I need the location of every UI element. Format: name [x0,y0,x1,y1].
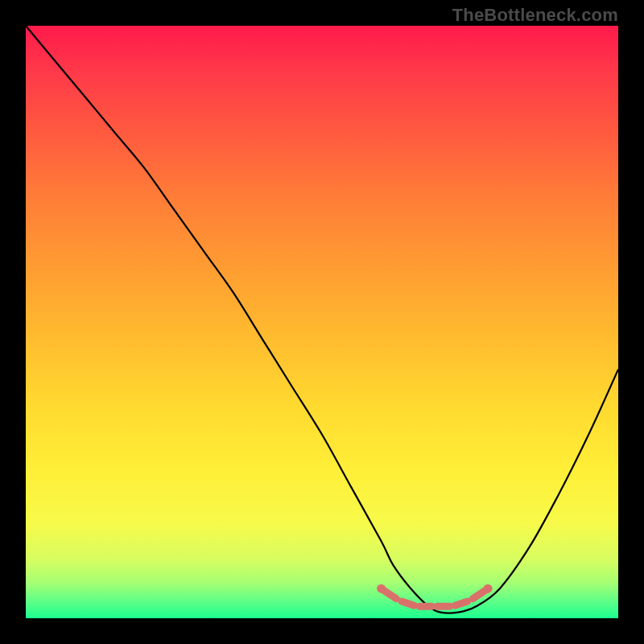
optimal-range-dash [384,590,397,598]
chart-frame: TheBottleneck.com [0,0,644,644]
watermark-text: TheBottleneck.com [452,5,618,26]
optimal-range-endcap [377,584,386,593]
optimal-range-endcap [484,584,493,593]
chart-svg [26,26,618,618]
optimal-range-dash [455,601,468,605]
bottleneck-curve-path [26,26,618,613]
plot-area [26,26,618,618]
optimal-range-marker-group [377,584,492,607]
optimal-range-dash [473,590,485,598]
optimal-range-dash [402,601,414,605]
